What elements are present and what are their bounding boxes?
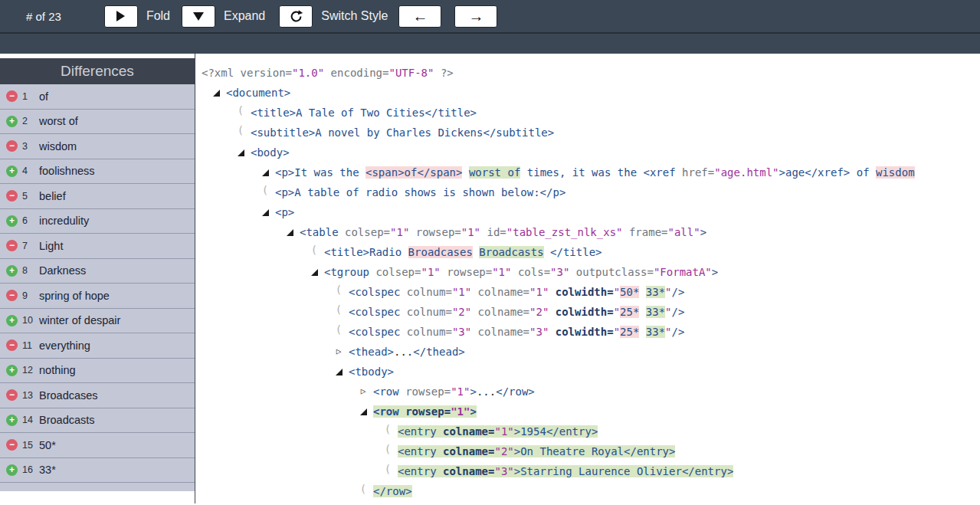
code-segment: <entry: [398, 445, 443, 457]
code-segment: ": [665, 286, 671, 298]
diff-list-item[interactable]: + 12 nothing: [0, 359, 195, 384]
fold-button[interactable]: [104, 5, 138, 28]
diff-list-item[interactable]: + 6 incredulity: [0, 209, 195, 234]
code-line: <p>: [195, 202, 980, 222]
fold-collapse-icon[interactable]: [283, 222, 297, 242]
code-segment: worst of: [469, 166, 520, 179]
diff-label: wisdom: [39, 140, 77, 152]
code-segment: </xref>: [805, 166, 850, 179]
switch-style-button-label: Switch Style: [321, 9, 388, 23]
code-segment: ": [614, 306, 620, 318]
code-segment: "3": [550, 266, 569, 278]
diff-list-item[interactable]: − 7 Light: [0, 234, 195, 259]
diff-number: 2: [22, 116, 36, 126]
diff-list-item[interactable]: + 2 worst of: [0, 110, 195, 135]
code-segment: [639, 306, 645, 318]
switch-style-button[interactable]: [279, 5, 313, 28]
fold-collapse-icon[interactable]: [258, 162, 272, 182]
code-segment: outputclass=: [569, 266, 654, 278]
code-segment: rowsep=: [409, 226, 461, 238]
diff-list-item-partial: [0, 483, 195, 491]
code-segment: <entry: [398, 425, 443, 438]
code-segment: 25*: [620, 326, 639, 338]
code-line: <?xml version="1.0" encoding="UTF-8" ?>: [195, 63, 980, 83]
diff-list-item[interactable]: + 16 33*: [0, 458, 195, 484]
diff-label: foolishness: [39, 165, 95, 177]
code-line: (<subtitle>A novel by Charles Dickens</s…: [195, 123, 980, 143]
fold-expand-icon[interactable]: ▷: [332, 342, 346, 362]
code-segment: <body>: [251, 146, 290, 159]
previous-difference-button[interactable]: ←: [398, 5, 441, 28]
code-segment: colname=: [471, 286, 529, 298]
diff-list-item[interactable]: − 1 of: [0, 84, 195, 110]
code-segment: >: [514, 425, 520, 438]
code-line: (<entry colname="2">On Theatre Royal</en…: [195, 441, 980, 461]
next-difference-button[interactable]: →: [454, 5, 497, 28]
code-segment: [639, 326, 645, 338]
code-segment: A novel by Charles Dickens: [315, 126, 483, 139]
expand-button[interactable]: [182, 5, 215, 28]
code-segment: ": [665, 306, 671, 318]
code-segment: colwidth=: [549, 306, 613, 318]
fold-collapse-icon[interactable]: [356, 402, 370, 421]
code-line: <row rowsep="1">: [195, 402, 980, 421]
code-segment: <colspec: [349, 306, 407, 318]
fold-collapse-icon[interactable]: [234, 143, 247, 162]
toolbar: # of 23 Fold Expand Switch Style ← →: [0, 0, 980, 32]
code-line: (</row>: [195, 481, 980, 501]
code-segment: colsep=: [375, 266, 421, 278]
code-line: (<title>A Tale of Two Cities</title>: [195, 103, 980, 123]
code-segment: >: [779, 166, 785, 179]
fold-region-mark: (: [307, 242, 321, 262]
diff-list-item[interactable]: − 3 wisdom: [0, 134, 195, 159]
diff-number: 11: [22, 340, 36, 351]
diff-list-item[interactable]: + 4 foolishness: [0, 159, 195, 185]
diff-list-item[interactable]: + 14 Broadcasts: [0, 408, 195, 434]
code-line: <table colsep="1" rowsep="1" id="table_z…: [195, 222, 980, 242]
diff-number: 1: [22, 91, 36, 102]
code-segment: 33*: [646, 306, 665, 318]
diff-list-item[interactable]: − 9 spring of hope: [0, 284, 195, 309]
content-area: Differences − 1 of + 2 worst of − 3 wisd…: [0, 54, 980, 503]
code-segment: "1": [494, 425, 513, 438]
code-segment: <thead>: [349, 346, 394, 358]
code-segment: </subtitle>: [483, 126, 554, 139]
code-segment: 33*: [646, 286, 665, 298]
added-icon: +: [6, 415, 18, 426]
fold-expand-icon[interactable]: ▷: [356, 382, 370, 402]
diff-label: of: [39, 90, 48, 103]
fold-region-mark: (: [332, 322, 346, 342]
code-segment: frame=: [623, 226, 668, 238]
code-segment: colnum=: [407, 286, 452, 298]
fold-collapse-icon[interactable]: [209, 83, 223, 103]
added-icon: +: [6, 215, 18, 227]
code-segment: times, it was the: [520, 166, 643, 179]
diff-list-item[interactable]: + 10 winter of despair: [0, 309, 195, 334]
fold-collapse-icon[interactable]: [307, 262, 321, 282]
diff-list-item[interactable]: + 8 Darkness: [0, 259, 195, 284]
code-segment: <subtitle>: [251, 126, 315, 139]
code-segment: colnum=: [407, 326, 452, 338]
code-segment: "age.html": [714, 166, 778, 179]
fold-region-mark: (: [381, 441, 395, 461]
added-icon: +: [6, 464, 18, 476]
differences-list: − 1 of + 2 worst of − 3 wisdom + 4 fooli…: [0, 84, 195, 503]
code-segment: colname=: [471, 306, 529, 318]
diff-label: winter of despair: [39, 314, 120, 326]
diff-list-item[interactable]: − 13 Broadcases: [0, 383, 195, 408]
removed-icon: −: [6, 190, 18, 202]
removed-icon: −: [6, 339, 18, 351]
code-segment: [544, 246, 550, 258]
code-segment: of: [405, 166, 418, 179]
fold-collapse-icon[interactable]: [332, 362, 346, 382]
fold-collapse-icon[interactable]: [258, 202, 272, 222]
diff-label: incredulity: [39, 215, 89, 227]
diff-label: worst of: [39, 115, 78, 127]
diff-list-item[interactable]: − 15 50*: [0, 433, 195, 458]
diff-list-item[interactable]: − 5 belief: [0, 184, 195, 209]
code-segment: colsep=: [345, 226, 390, 238]
diff-list-item[interactable]: − 11 everything: [0, 333, 195, 359]
secondary-toolbar: [0, 32, 980, 54]
code-segment: <table: [300, 226, 345, 238]
code-segment: >: [514, 465, 520, 477]
